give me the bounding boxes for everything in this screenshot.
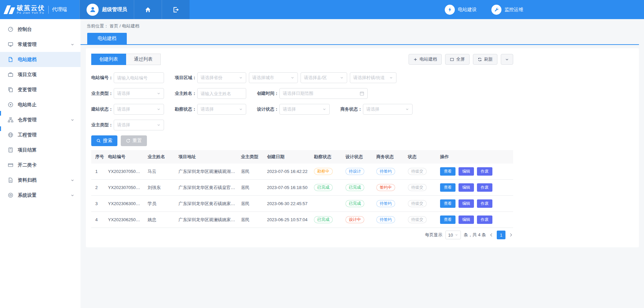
sidebar-item-station-archive[interactable]: 电站建档 [0,52,80,67]
cell-created: 2023-06-30 22:45:57 [264,196,311,212]
sidebar-item-general-management[interactable]: 常规管理 [0,37,80,52]
next-page-button[interactable] [508,233,513,237]
create-station-button[interactable]: 电站建档 [409,54,442,65]
user-menu[interactable]: 超级管理员 [79,0,134,19]
reset-button[interactable]: 重置 [121,135,147,146]
edit-button[interactable]: 编辑 [459,215,474,224]
design-status-select[interactable]: 请选择 [279,104,330,115]
home-button[interactable] [134,0,162,19]
sidebar-item-second-class-card[interactable]: 开二类卡 [0,158,80,173]
chevron-down-icon [322,107,326,111]
owner-type-2-select[interactable]: 请选择 [114,120,164,130]
search-button[interactable]: 搜索 [91,135,117,146]
logout-button[interactable] [162,0,190,19]
void-button[interactable]: 作废 [477,183,492,192]
edit-button[interactable]: 编辑 [459,167,474,176]
cell-created: 2023-07-05 16:42:22 [264,164,311,180]
page-1-button[interactable]: 1 [497,231,505,239]
create-time-range[interactable]: 请选择日期范围 [279,88,368,99]
sidebar-item-console[interactable]: 控制台 [0,22,80,37]
cell-index: 3 [91,196,105,212]
filter-label: 业主类型： [91,90,113,97]
logo-icon [5,5,14,14]
filter-project-region: 项目区域：请选择省份请选择城市请选择县/区请选择村镇/街道 [175,72,396,83]
edit-button[interactable]: 编辑 [459,183,474,192]
survey-status-select[interactable]: 请选择 [197,104,246,115]
card-inner: 创建列表通过列表 电站建档全屏刷新 电站编号：项目区域：请选择省份请选择城市请选… [91,54,513,239]
prev-page-button[interactable] [489,233,494,237]
village-select[interactable]: 请选择村镇/街道 [350,72,396,83]
select-placeholder: 请选择 [117,90,130,97]
view-button[interactable]: 查看 [440,199,455,208]
list-tab-bar: 创建列表通过列表 电站建档全屏刷新 [91,54,513,65]
sidebar-item-change-management[interactable]: 变更管理 [0,82,80,97]
chevron-down-icon [70,178,74,182]
station-code-input[interactable] [114,72,164,83]
sidebar-item-warehouse-management[interactable]: 仓库管理 [0,112,80,127]
fullscreen-button[interactable]: 全屏 [445,54,470,65]
topbar: 破茧云伏 Po Jian Yun Fu 代理端 超级管理员 电站建设监控运维 [0,0,644,19]
select-placeholder: 请选择县/区 [304,75,327,81]
table-row: 3YX2023063000009学员广东深圳龙华区黄石镇姚家庄...居民2023… [91,196,513,212]
chevron-down-icon [455,233,458,237]
sidebar-item-project-initiation[interactable]: 项目立项 [0,67,80,82]
plus-icon [413,57,418,62]
tab-passed-list[interactable]: 通过列表 [126,54,161,65]
province-select[interactable]: 请选择省份 [197,72,246,83]
logo-divider [48,6,49,14]
cell-address: 广东深圳龙华区黄石镇姚家庄... [176,196,238,212]
void-button[interactable]: 作废 [477,167,492,176]
file-icon [8,57,13,62]
status-badge: 已完成 [314,184,333,191]
build-status-select[interactable]: 请选择 [114,104,164,115]
sidebar-item-data-archive[interactable]: 资料归档 [0,173,80,188]
per-page-value: 10 [448,233,453,238]
topbar-action-station-construction[interactable]: 电站建设 [445,5,477,15]
table-row: 4YX2023062500004姚忠广东深圳龙华区观澜镇姚家庄...居民2023… [91,212,513,228]
void-button[interactable]: 作废 [477,199,492,208]
edit-button[interactable]: 编辑 [459,199,474,208]
cell-owner: 马云 [145,164,176,180]
sidebar-item-engineering-management[interactable]: 工程管理 [0,127,80,142]
list-tabs: 创建列表通过列表 [91,54,161,65]
sidebar-item-label: 电站终止 [18,102,37,108]
breadcrumb-home-link[interactable]: 首页 [110,23,118,28]
owner-name-input[interactable] [197,88,246,99]
refresh-button[interactable]: 刷新 [473,54,497,65]
cell-survey [311,196,343,212]
topbar-action-monitoring-ops[interactable]: 监控运维 [491,5,523,15]
tool-btn-label: 电站建档 [420,56,437,62]
tab-create-list[interactable]: 创建列表 [91,54,126,65]
main-content: 当前位置： 首页 / 电站建档 电站建档 创建列表通过列表 电站建档全屏刷新 电… [80,19,644,308]
per-page-select[interactable]: 10 [445,231,461,239]
calculator-icon [8,147,13,153]
filter-label: 设计状态： [257,106,279,112]
cell-owner: 姚忠 [145,212,176,228]
filter-label: 勘察状态： [175,106,197,112]
chevron-down-icon [70,193,74,197]
status-badge: 设计中 [345,216,364,223]
select-placeholder: 请选择城市 [252,75,274,81]
chevron-down-icon [70,43,74,47]
fullscreen-icon [450,57,454,62]
sidebar-item-system-settings[interactable]: 系统设置 [0,188,80,203]
void-button[interactable]: 作废 [477,215,492,224]
tool-btn-label: 刷新 [484,56,493,62]
page-tab-station-archive[interactable]: 电站建档 [87,33,127,44]
sidebar-indicator [0,111,1,116]
county-select[interactable]: 请选择县/区 [301,72,347,83]
view-button[interactable]: 查看 [440,167,455,176]
collapse-toolbar-button[interactable] [501,54,513,65]
view-button[interactable]: 查看 [440,215,455,224]
view-button[interactable]: 查看 [440,183,455,192]
topbar-action-label: 监控运维 [504,7,523,13]
sidebar-item-project-settlement[interactable]: 项目结算 [0,142,80,158]
owner-type-select[interactable]: 请选择 [114,88,164,99]
col-actions: 操作 [437,150,513,164]
cell-created: 2023-06-25 10:57:04 [264,212,311,228]
page-tab-bar: 电站建档 [80,33,639,45]
city-select[interactable]: 请选择城市 [249,72,298,83]
chevron-down-icon [239,76,243,80]
business-status-select[interactable]: 请选择 [363,104,413,115]
sidebar-item-station-termination[interactable]: 电站终止 [0,97,80,112]
